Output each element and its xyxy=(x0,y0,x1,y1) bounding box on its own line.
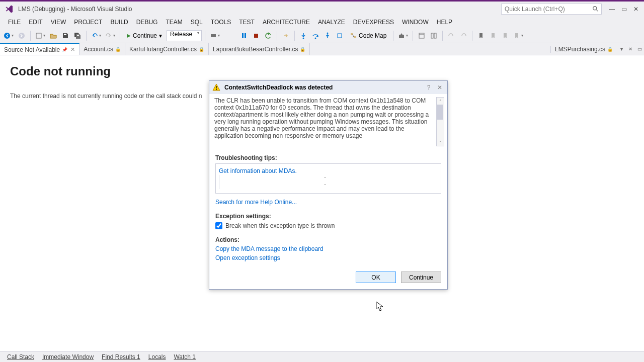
toolbox-button[interactable]: ▾ xyxy=(396,30,410,41)
dialog-title-bar[interactable]: ContextSwitchDeadlock was detected ? ✕ xyxy=(209,81,447,94)
tips-box: Get information about MDAs. ˄ ˅ xyxy=(215,163,441,194)
tab-laporanbukubesar[interactable]: LaporanBukuBesarController.cs 🔒 xyxy=(209,43,310,55)
copy-mda-link[interactable]: Copy the MDA message to the clipboard xyxy=(215,245,441,252)
layout-button-1[interactable] xyxy=(416,30,427,41)
ok-button[interactable]: OK xyxy=(356,272,396,283)
separator xyxy=(472,31,472,41)
mda-info-link[interactable]: Get information about MDAs. xyxy=(219,167,297,174)
scroll-up-icon[interactable]: ˄ xyxy=(219,175,431,182)
pin-icon[interactable]: 📌 xyxy=(62,47,67,52)
menu-build[interactable]: BUILD xyxy=(106,19,132,26)
tab-account[interactable]: Account.cs 🔒 xyxy=(79,43,125,55)
break-on-exception-checkbox-row[interactable]: Break when this exception type is thrown xyxy=(215,222,441,229)
menu-analyze[interactable]: ANALYZE xyxy=(314,19,349,26)
save-all-button[interactable] xyxy=(72,30,83,41)
window-title: LMS (Debugging) - Microsoft Visual Studi… xyxy=(18,6,132,13)
menu-test[interactable]: TEST xyxy=(235,19,259,26)
menu-sql[interactable]: SQL xyxy=(187,19,207,26)
menu-debug[interactable]: DEBUG xyxy=(132,19,162,26)
tab-source-not-available[interactable]: Source Not Available 📌 ✕ xyxy=(0,43,79,55)
continue-button[interactable]: ▶Continue▾ xyxy=(123,30,166,41)
btab-immediate-window[interactable]: Immediate Window xyxy=(38,353,98,360)
menu-tools[interactable]: TOOLS xyxy=(207,19,235,26)
dialog-close-button[interactable]: ✕ xyxy=(435,84,444,91)
svg-rect-10 xyxy=(254,34,258,38)
quick-launch[interactable] xyxy=(501,4,602,15)
scroll-track[interactable] xyxy=(437,105,444,139)
continue-dialog-button[interactable]: Continue xyxy=(401,272,441,283)
new-item-button[interactable]: ▾ xyxy=(34,30,47,41)
code-map-button[interactable]: Code Map xyxy=(346,30,390,41)
menu-project[interactable]: PROJECT xyxy=(70,19,106,26)
pause-button[interactable] xyxy=(238,30,250,41)
close-icon[interactable]: ✕ xyxy=(70,46,75,53)
svg-rect-5 xyxy=(64,34,66,35)
scrollbar[interactable]: ˄ ˅ xyxy=(436,97,444,146)
codemap-label: Code Map xyxy=(359,32,386,39)
show-next-statement-button[interactable] xyxy=(280,30,291,41)
vs-logo-icon xyxy=(4,4,15,15)
bookmark-button[interactable] xyxy=(475,30,487,41)
stop-button[interactable] xyxy=(251,30,262,41)
config-select[interactable]: Release xyxy=(167,30,202,41)
tab-label: Account.cs xyxy=(84,46,113,53)
undo-change-button[interactable] xyxy=(446,30,457,41)
open-exception-settings-link[interactable]: Open exception settings xyxy=(215,254,441,261)
close-button[interactable]: ✕ xyxy=(630,4,642,14)
layout-button-2[interactable] xyxy=(428,30,439,41)
menu-window[interactable]: WINDOW xyxy=(398,19,433,26)
minimize-button[interactable]: — xyxy=(606,4,618,14)
tab-kartuhutang[interactable]: KartuHutangController.cs 🔒 xyxy=(125,43,209,55)
scrollbar[interactable]: ˄ ˅ xyxy=(219,175,431,189)
maximize-button[interactable]: ▭ xyxy=(618,4,630,14)
clear-bookmarks-button[interactable]: ▾ xyxy=(512,30,525,41)
step-over-button[interactable] xyxy=(310,30,321,41)
menu-edit[interactable]: EDIT xyxy=(25,19,46,26)
nav-back-button[interactable]: ▾ xyxy=(2,30,15,41)
prev-bookmark-button[interactable] xyxy=(488,30,499,41)
debug-target-button[interactable]: ▾ xyxy=(208,30,221,41)
scroll-down-icon[interactable]: ˅ xyxy=(437,139,444,146)
step-out-button[interactable] xyxy=(322,30,333,41)
tab-close-all-button[interactable]: ✕ xyxy=(626,46,635,52)
menu-team[interactable]: TEAM xyxy=(162,19,186,26)
dialog-help-button[interactable]: ? xyxy=(424,84,433,91)
btab-call-stack[interactable]: Call Stack xyxy=(3,353,38,360)
menu-view[interactable]: VIEW xyxy=(47,19,70,26)
scroll-thumb[interactable] xyxy=(437,105,443,120)
tab-maximize-button[interactable]: ▭ xyxy=(635,46,644,52)
open-button[interactable] xyxy=(48,30,59,41)
separator xyxy=(393,31,393,41)
search-help-link[interactable]: Search for more Help Online... xyxy=(215,199,441,206)
toolbar: ▾ ▾ ▾ ▾ ▶Continue▾ Release ▾ Code Map ▾ … xyxy=(0,28,644,43)
scroll-down-icon[interactable]: ˅ xyxy=(219,182,431,189)
undo-button[interactable]: ▾ xyxy=(90,30,103,41)
tab-bar: Source Not Available 📌 ✕ Account.cs 🔒 Ka… xyxy=(0,43,644,55)
break-on-exception-checkbox[interactable] xyxy=(215,222,222,229)
menu-architecture[interactable]: ARCHITECTURE xyxy=(259,19,314,26)
menu-bar: FILE EDIT VIEW PROJECT BUILD DEBUG TEAM … xyxy=(0,16,644,28)
next-bookmark-button[interactable] xyxy=(500,30,511,41)
redo-change-button[interactable] xyxy=(458,30,469,41)
redo-button[interactable]: ▾ xyxy=(104,30,117,41)
svg-point-13 xyxy=(327,32,329,34)
menu-file[interactable]: FILE xyxy=(4,19,25,26)
step-into-button[interactable] xyxy=(298,30,309,41)
svg-rect-18 xyxy=(419,33,424,38)
menu-devexpress[interactable]: DEVEXPRESS xyxy=(349,19,398,26)
separator xyxy=(413,31,413,41)
tab-overflow-button[interactable]: ▾ xyxy=(617,46,626,52)
step-button[interactable] xyxy=(334,30,345,41)
tab-label: KartuHutangController.cs xyxy=(129,46,197,53)
btab-locals[interactable]: Locals xyxy=(144,353,170,360)
nav-forward-button[interactable] xyxy=(16,30,27,41)
menu-help[interactable]: HELP xyxy=(433,19,456,26)
btab-watch[interactable]: Watch 1 xyxy=(170,353,200,360)
btab-find-results[interactable]: Find Results 1 xyxy=(98,353,144,360)
quick-launch-input[interactable] xyxy=(502,4,592,14)
svg-point-12 xyxy=(315,37,316,39)
save-button[interactable] xyxy=(60,30,71,41)
restart-button[interactable] xyxy=(263,30,274,41)
scroll-up-icon[interactable]: ˄ xyxy=(437,98,444,105)
tab-lmspurchasing[interactable]: LMSPurchasing.cs 🔒 xyxy=(550,46,617,53)
